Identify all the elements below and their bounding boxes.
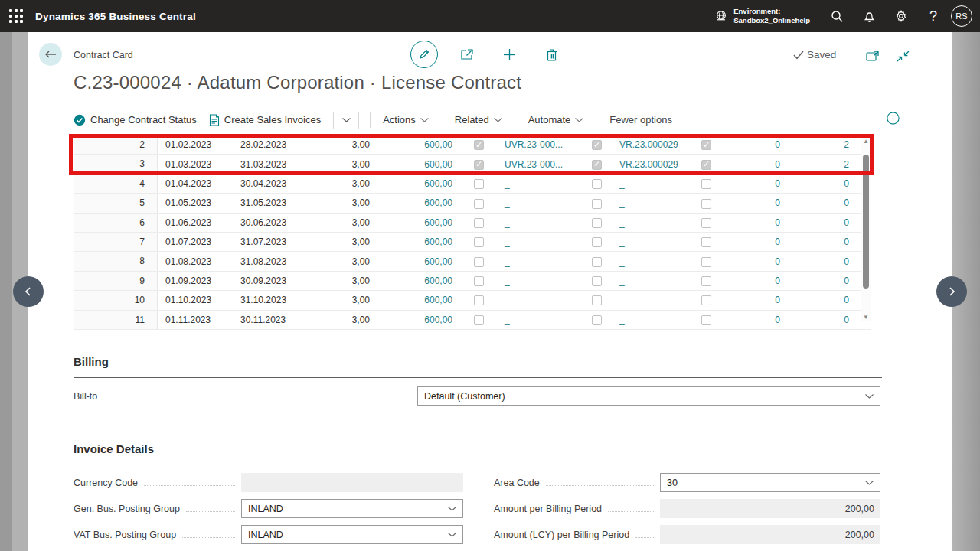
billed-checkbox[interactable] xyxy=(474,140,484,150)
paid-checkbox[interactable] xyxy=(701,218,711,228)
open-amount-link[interactable]: 0 xyxy=(717,159,788,170)
environment-picker[interactable]: Environment: Sandbox2_Onlinehelp xyxy=(714,7,810,25)
amount-link[interactable]: 600,00 xyxy=(377,295,460,305)
posted-invoice-no-link[interactable]: VR.23.000029 xyxy=(607,159,694,170)
fewer-options-button[interactable]: Fewer options xyxy=(609,114,672,126)
paid-checkbox[interactable] xyxy=(701,199,711,209)
open-amount-link[interactable]: 0 xyxy=(717,217,788,228)
contract-line-row[interactable]: 601.06.202330.06.20233,00600,00__00 xyxy=(74,214,871,233)
amount-link[interactable]: 600,00 xyxy=(377,139,460,150)
paid-checkbox[interactable] xyxy=(701,179,711,189)
billed-checkbox[interactable] xyxy=(474,237,484,247)
open-amount-link[interactable]: 0 xyxy=(717,295,788,305)
menu-related[interactable]: Related xyxy=(455,114,507,126)
vat-bus-posting-group-select[interactable]: INLAND xyxy=(241,525,463,544)
share-button[interactable] xyxy=(454,41,480,67)
amount-link[interactable]: 600,00 xyxy=(377,159,460,170)
posted-invoice-no-link[interactable]: _ xyxy=(607,197,694,208)
sales-invoice-no-link[interactable]: _ xyxy=(497,295,586,305)
sales-invoice-no-link[interactable]: _ xyxy=(497,197,586,208)
edit-button[interactable] xyxy=(410,41,438,68)
paid-checkbox[interactable] xyxy=(701,237,711,247)
more-actions-split-button[interactable] xyxy=(333,112,359,129)
contract-line-row[interactable]: 1001.10.202331.10.20233,00600,00__00 xyxy=(74,291,871,310)
billed-checkbox[interactable] xyxy=(474,276,484,286)
posted-checkbox[interactable] xyxy=(592,160,602,170)
delete-button[interactable] xyxy=(538,41,564,67)
posted-checkbox[interactable] xyxy=(592,218,602,228)
search-icon[interactable] xyxy=(821,0,853,32)
open-amount-link[interactable]: 0 xyxy=(717,197,788,208)
posted-invoice-no-link[interactable]: _ xyxy=(607,217,694,228)
entries-count-link[interactable]: 0 xyxy=(788,276,860,286)
entries-count-link[interactable]: 0 xyxy=(788,197,860,208)
open-amount-link[interactable]: 0 xyxy=(717,276,788,286)
paid-checkbox[interactable] xyxy=(701,315,711,325)
amount-link[interactable]: 600,00 xyxy=(377,217,460,228)
sales-invoice-no-link[interactable]: _ xyxy=(497,276,586,286)
posted-invoice-no-link[interactable]: VR.23.000029 xyxy=(607,139,694,150)
sales-invoice-no-link[interactable]: _ xyxy=(497,217,586,228)
sales-invoice-no-link[interactable]: _ xyxy=(497,236,586,247)
entries-count-link[interactable]: 0 xyxy=(788,178,860,189)
new-button[interactable] xyxy=(496,41,522,67)
posted-checkbox[interactable] xyxy=(592,295,602,305)
billed-checkbox[interactable] xyxy=(474,257,484,267)
sales-invoice-no-link[interactable]: _ xyxy=(497,256,586,267)
entries-count-link[interactable]: 2 xyxy=(788,159,860,170)
posted-invoice-no-link[interactable]: _ xyxy=(607,178,694,189)
contract-line-row[interactable]: 401.04.202330.04.20233,00600,00__00 xyxy=(74,174,871,194)
help-icon[interactable]: ? xyxy=(917,0,949,32)
entries-count-link[interactable]: 0 xyxy=(788,236,860,247)
scroll-down-arrow[interactable]: ▼ xyxy=(861,312,871,321)
area-code-select[interactable]: 30 xyxy=(660,473,880,492)
scrollbar-thumb[interactable] xyxy=(863,155,869,289)
contract-line-row[interactable]: 701.07.202331.07.20233,00600,00__00 xyxy=(74,233,871,252)
posted-checkbox[interactable] xyxy=(592,237,602,247)
open-amount-link[interactable]: 0 xyxy=(717,256,788,267)
bill-to-select[interactable]: Default (Customer) xyxy=(417,386,880,406)
open-amount-link[interactable]: 0 xyxy=(717,315,788,325)
contract-line-row[interactable]: 301.03.202331.03.20233,00600,00UVR.23-00… xyxy=(74,155,871,174)
amount-link[interactable]: 600,00 xyxy=(377,236,460,247)
open-amount-link[interactable]: 0 xyxy=(717,139,788,150)
avatar[interactable]: RS xyxy=(951,5,972,27)
amount-link[interactable]: 600,00 xyxy=(377,256,460,267)
paid-checkbox[interactable] xyxy=(701,276,711,286)
paid-checkbox[interactable] xyxy=(701,257,711,267)
amount-link[interactable]: 600,00 xyxy=(377,276,460,286)
scroll-up-arrow[interactable]: ▲ xyxy=(861,136,871,145)
back-button[interactable] xyxy=(39,43,62,66)
settings-icon[interactable] xyxy=(885,0,917,32)
paid-checkbox[interactable] xyxy=(701,140,711,150)
posted-invoice-no-link[interactable]: _ xyxy=(607,236,694,247)
posted-invoice-no-link[interactable]: _ xyxy=(607,276,694,286)
menu-actions[interactable]: Actions xyxy=(383,114,433,126)
entries-count-link[interactable]: 2 xyxy=(788,139,860,150)
contract-line-row[interactable]: 201.02.202328.02.20233,00600,00UVR.23-00… xyxy=(74,135,871,155)
posted-checkbox[interactable] xyxy=(592,257,602,267)
billed-checkbox[interactable] xyxy=(474,199,484,209)
entries-count-link[interactable]: 0 xyxy=(788,217,860,228)
change-contract-status-button[interactable]: Change Contract Status xyxy=(74,114,197,126)
sales-invoice-no-link[interactable]: _ xyxy=(497,315,586,325)
posted-checkbox[interactable] xyxy=(592,140,602,150)
amount-link[interactable]: 600,00 xyxy=(377,197,460,208)
paid-checkbox[interactable] xyxy=(701,295,711,305)
billed-checkbox[interactable] xyxy=(474,295,484,305)
open-in-new-window-button[interactable] xyxy=(862,46,882,66)
billed-checkbox[interactable] xyxy=(474,218,484,228)
posted-invoice-no-link[interactable]: _ xyxy=(607,315,694,325)
contract-line-row[interactable]: 501.05.202331.05.20233,00600,00__00 xyxy=(74,194,871,213)
app-launcher-icon[interactable] xyxy=(0,0,32,32)
create-sales-invoices-button[interactable]: Create Sales Invoices xyxy=(209,114,321,126)
entries-count-link[interactable]: 0 xyxy=(788,315,860,325)
previous-screenshot-button[interactable] xyxy=(13,276,44,307)
contract-line-row[interactable]: 801.08.202331.08.20233,00600,00__00 xyxy=(74,252,871,271)
page-info-button[interactable] xyxy=(887,112,900,128)
paid-checkbox[interactable] xyxy=(701,160,711,170)
contract-line-row[interactable]: 1101.11.202330.11.20233,00600,00__00 xyxy=(74,311,871,330)
billed-checkbox[interactable] xyxy=(474,315,484,325)
posted-invoice-no-link[interactable]: _ xyxy=(607,256,694,267)
sales-invoice-no-link[interactable]: _ xyxy=(497,178,586,189)
